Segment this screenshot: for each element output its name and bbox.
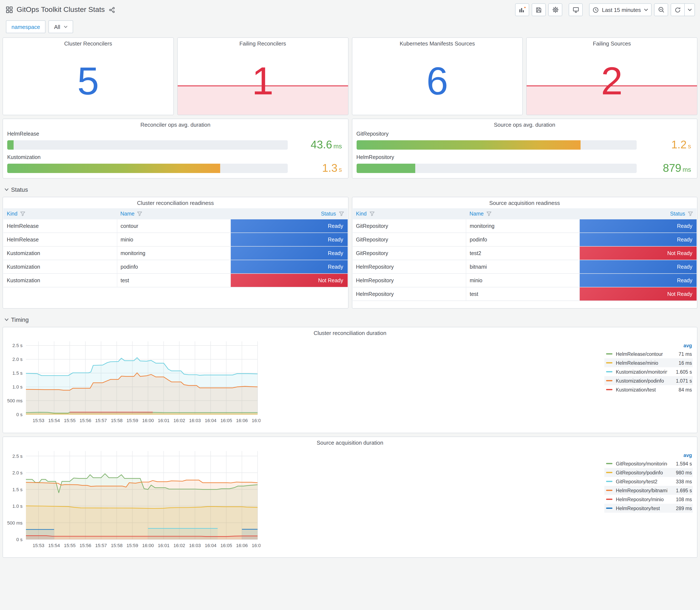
add-panel-button[interactable]: [515, 3, 529, 16]
filter-funnel-icon[interactable]: [486, 211, 492, 216]
apps-grid-icon[interactable]: [6, 6, 13, 13]
legend-series-name[interactable]: GitRepository/test2: [616, 479, 667, 484]
cell-status: Ready: [580, 274, 697, 287]
filter-funnel-icon[interactable]: [20, 211, 26, 216]
legend-series-mark-icon: [606, 499, 613, 500]
legend-series-name[interactable]: HelmRelease/minio: [616, 360, 667, 365]
namespace-variable-value[interactable]: All: [48, 20, 73, 33]
legend-series-name[interactable]: GitRepository/podinfo: [616, 470, 667, 475]
column-header-status[interactable]: Status: [580, 208, 697, 219]
time-range-label: Last 15 minutes: [602, 6, 641, 13]
refresh-interval-caret[interactable]: [685, 3, 695, 16]
section-header-timing[interactable]: Timing: [2, 312, 698, 327]
filter-funnel-icon[interactable]: [369, 211, 375, 216]
panel-title[interactable]: Source ops avg. duration: [356, 119, 693, 128]
cell-kind: HelmRelease: [3, 233, 117, 246]
section-header-status[interactable]: Status: [2, 182, 698, 197]
filter-funnel-icon[interactable]: [339, 211, 344, 216]
svg-text:16:03: 16:03: [189, 418, 201, 423]
refresh-button[interactable]: [671, 3, 685, 16]
legend-series-avg: 84 ms: [667, 387, 692, 392]
save-dashboard-button[interactable]: [532, 3, 546, 16]
chart-panel-cluster-reconciliation-duration: Cluster reconciliation duration 0 s500 m…: [2, 327, 698, 433]
svg-text:16:05: 16:05: [221, 543, 232, 548]
time-series-plot[interactable]: 0 s500 ms1.0 s1.5 s2.0 s2.5 s15:5315:541…: [5, 446, 604, 551]
panel-title[interactable]: Failing Reconcilers: [178, 38, 348, 47]
legend-row: Kustomization/podinfo1.071 s: [604, 376, 693, 385]
table-row: HelmRepositoryminioReady: [353, 274, 697, 287]
legend-avg-header[interactable]: avg: [604, 452, 693, 459]
time-series-plot[interactable]: 0 s500 ms1.0 s1.5 s2.0 s2.5 s15:5315:541…: [5, 336, 604, 427]
legend-series-name[interactable]: Kustomization/monitoring: [616, 369, 667, 374]
panel-title[interactable]: Cluster reconciliation duration: [5, 327, 695, 336]
legend-series-name[interactable]: HelmRepository/test: [616, 505, 667, 511]
status-badge: Not Ready: [580, 246, 697, 260]
legend-series-avg: 1.695 s: [667, 488, 692, 493]
column-header-name[interactable]: Name: [117, 208, 230, 219]
cell-kind: HelmRepository: [353, 274, 466, 287]
table-row: HelmReleasecontourReady: [3, 219, 347, 233]
gauges-row: Reconciler ops avg. duration HelmRelease…: [2, 118, 698, 178]
stat-value: 6: [352, 61, 523, 100]
filter-funnel-icon[interactable]: [688, 211, 693, 216]
stat-panel-failing-reconcilers: Failing Reconcilers 1: [177, 37, 348, 115]
legend-series-name[interactable]: Kustomization/podinfo: [616, 378, 667, 383]
legend-series-avg: 71 ms: [667, 351, 692, 356]
column-header-name[interactable]: Name: [466, 208, 580, 219]
legend-series-name[interactable]: Kustomization/test: [616, 387, 667, 392]
column-header-status[interactable]: Status: [231, 208, 348, 219]
panel-title[interactable]: Source acquisition duration: [5, 437, 695, 446]
svg-text:0 s: 0 s: [16, 537, 22, 542]
panel-title[interactable]: Kubernetes Manifests Sources: [352, 38, 523, 47]
dashboard-title[interactable]: GitOps Toolkit Cluster Stats: [17, 5, 105, 14]
svg-text:15:58: 15:58: [111, 543, 123, 548]
panel-title[interactable]: Failing Sources: [527, 38, 697, 47]
status-badge: Not Ready: [231, 274, 348, 287]
svg-text:16:03: 16:03: [189, 543, 201, 548]
legend-series-mark-icon: [606, 362, 613, 364]
table-row: GitRepositorymonitoringReady: [353, 219, 697, 233]
cell-kind: Kustomization: [3, 274, 117, 287]
cycle-view-button[interactable]: [569, 3, 583, 16]
svg-text:15:56: 15:56: [80, 418, 91, 423]
svg-text:16:05: 16:05: [221, 418, 232, 423]
panel-title[interactable]: Cluster Reconcilers: [3, 38, 174, 47]
gauge-fill: [7, 163, 220, 173]
column-header-kind[interactable]: Kind: [3, 208, 117, 219]
legend-avg-header[interactable]: avg: [604, 342, 693, 349]
zoom-out-button[interactable]: [654, 3, 668, 16]
filter-funnel-icon[interactable]: [137, 211, 143, 216]
gauge-row: HelmRelease 43.6ms: [7, 131, 344, 151]
gauge-track: [356, 163, 637, 173]
panel-title[interactable]: Cluster reconciliation readiness: [3, 197, 347, 206]
svg-text:15:57: 15:57: [95, 418, 107, 423]
svg-text:16:02: 16:02: [174, 418, 185, 423]
svg-text:2.5 s: 2.5 s: [12, 343, 22, 348]
legend-series-name[interactable]: HelmRelease/contour: [616, 351, 667, 356]
legend-series-mark-icon: [606, 353, 613, 354]
status-badge: Ready: [231, 246, 348, 260]
dashboard-settings-button[interactable]: [548, 3, 562, 16]
legend-series-name[interactable]: GitRepository/monitoring: [616, 461, 667, 466]
svg-text:16:07: 16:07: [251, 543, 261, 548]
gauge-value: 1.3s: [293, 162, 344, 175]
gauge-label: HelmRepository: [356, 154, 693, 160]
legend-row: GitRepository/monitoring1.594 s: [604, 459, 693, 468]
time-range-picker[interactable]: Last 15 minutes: [589, 3, 652, 16]
cell-kind: GitRepository: [353, 233, 466, 246]
panel-title[interactable]: Source acquisition readiness: [353, 197, 697, 206]
gauge-row: Kustomization 1.3s: [7, 154, 344, 175]
share-icon[interactable]: [109, 6, 115, 13]
legend-series-name[interactable]: HelmRepository/bitnami: [616, 488, 667, 493]
svg-text:15:55: 15:55: [64, 543, 76, 548]
legend-series-mark-icon: [606, 380, 613, 381]
svg-text:15:59: 15:59: [127, 543, 138, 548]
svg-text:2.0 s: 2.0 s: [12, 470, 22, 476]
namespace-variable-label[interactable]: namespace: [6, 20, 46, 33]
cell-name: test: [117, 274, 230, 287]
table-row: HelmReleaseminioReady: [3, 233, 347, 246]
column-header-kind[interactable]: Kind: [353, 208, 466, 219]
panel-title[interactable]: Reconciler ops avg. duration: [7, 119, 344, 128]
legend-series-name[interactable]: HelmRepository/minio: [616, 497, 667, 502]
legend-row: HelmRepository/minio108 ms: [604, 495, 693, 504]
